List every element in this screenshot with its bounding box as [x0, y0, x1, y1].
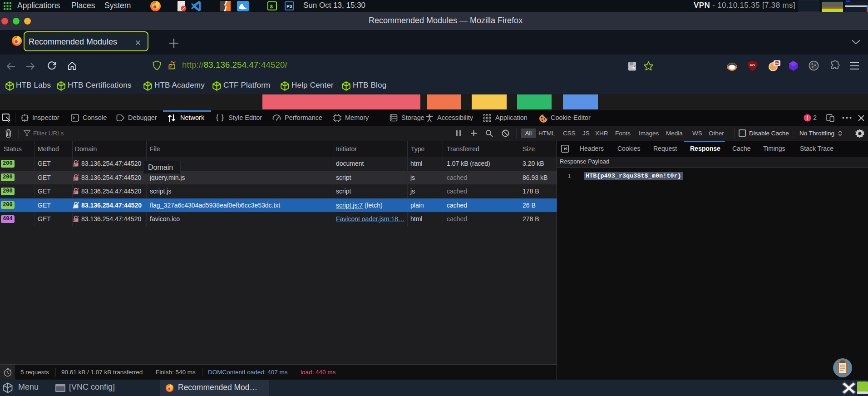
svg-text:PS: PS	[286, 4, 292, 9]
svg-text:UO: UO	[750, 64, 755, 67]
svg-text:$: $	[270, 4, 273, 10]
